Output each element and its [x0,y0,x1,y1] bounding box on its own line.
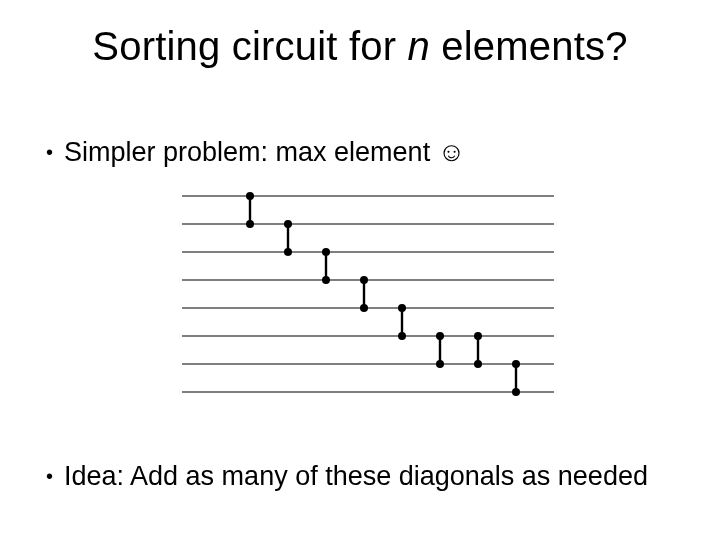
comparator-endpoint [474,332,482,340]
comparator-endpoint [436,360,444,368]
comparator-endpoint [512,360,520,368]
bullet-dot-icon: • [46,136,64,168]
bullet-list-top: • Simpler problem: max element ☺ [46,136,686,170]
sorting-network-diagram [178,188,558,420]
comparator-endpoint [246,220,254,228]
comparator-endpoint [360,276,368,284]
slide-title: Sorting circuit for n elements? [0,24,720,69]
comparator-endpoint [246,192,254,200]
comparator-endpoint [360,304,368,312]
comparator-endpoint [322,276,330,284]
comparator-endpoint [284,220,292,228]
title-italic-n: n [408,24,430,68]
bullet-text-top: Simpler problem: max element ☺ [64,136,686,170]
comparator-endpoint [284,248,292,256]
comparator-endpoint [474,360,482,368]
title-prefix: Sorting circuit for [92,24,407,68]
bullet-text-bottom: Idea: Add as many of these diagonals as … [64,460,686,494]
bullet-dot-icon: • [46,460,64,492]
bullet-item: • Simpler problem: max element ☺ [46,136,686,170]
sorting-network-svg [178,188,558,420]
slide: Sorting circuit for n elements? • Simple… [0,0,720,540]
comparator-endpoint [436,332,444,340]
bullet-item: • Idea: Add as many of these diagonals a… [46,460,686,494]
comparator-endpoint [322,248,330,256]
comparator-endpoint [398,304,406,312]
comparator-endpoint [512,388,520,396]
title-suffix: elements? [430,24,628,68]
comparator-endpoint [398,332,406,340]
bullet-list-bottom: • Idea: Add as many of these diagonals a… [46,460,686,494]
